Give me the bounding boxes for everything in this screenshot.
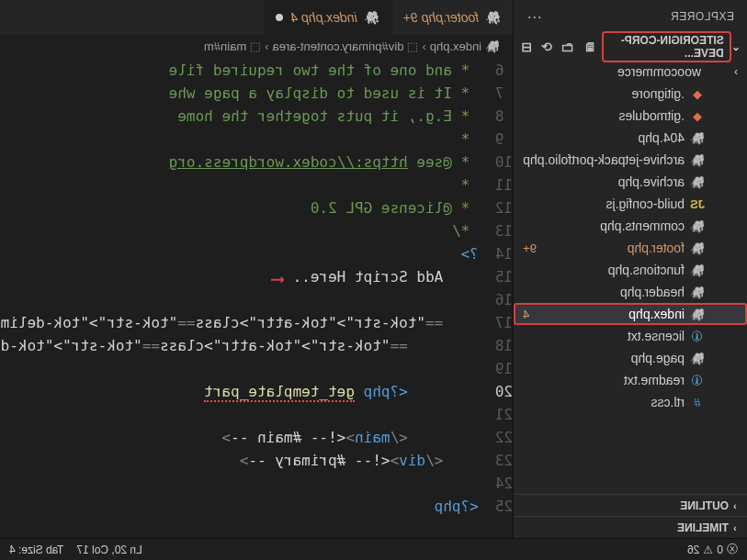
line-number: 22 (495, 426, 513, 449)
editor-column: 🐘footer.php 9+🐘index.php 4 🐘 index.php ›… (0, 0, 513, 538)
tree-file[interactable]: 🛈readme.txt (514, 369, 747, 391)
line-number: 14 (495, 242, 513, 265)
php-icon: 🐘 (688, 153, 707, 167)
tree-file[interactable]: ◆.gitmodules (514, 105, 747, 127)
tree-item-label: readme.txt (523, 373, 685, 387)
chevron-right-icon: › (729, 522, 741, 533)
php-icon: 🐘 (688, 131, 707, 145)
collapsed-panel-timeline[interactable]: ›TIMELINE (514, 516, 747, 538)
code-line: <?php get_template_part (0, 380, 479, 403)
code-line: * @see https://codex.wordpress.org (0, 151, 479, 174)
code-line: <?php (0, 495, 479, 518)
git-change-count: 9+ (523, 241, 537, 255)
line-number: 9 (495, 128, 513, 151)
code-line: * and one of the two required file (0, 59, 479, 82)
refresh-icon[interactable]: ⟳ (541, 39, 552, 54)
php-icon: 🐘 (688, 241, 707, 255)
line-number: 20 (495, 380, 513, 403)
tree-file[interactable]: 🐘archive.php (514, 171, 747, 193)
tree-file[interactable]: 🐘404.php (514, 127, 747, 149)
tree-file[interactable]: 🐘header.php (514, 281, 747, 303)
tree-item-label: page.php (523, 351, 685, 365)
code-line: </div><!-- #primary --> (0, 449, 479, 472)
tree-file[interactable]: 🐘page.php (514, 347, 747, 369)
workspace-folder-header[interactable]: ⌄ SITEORIGIN-CORP-DEVE... 🗎 🗀 ⟳ ⊟ (514, 33, 747, 61)
code-line (0, 472, 479, 495)
status-bar: ⓧ 0 ⚠ 26 Ln 20, Col 17 Tab Size: 4 (0, 538, 747, 560)
git-icon: ◆ (688, 87, 707, 101)
code-line (0, 357, 479, 380)
tree-file[interactable]: #rtl.css (514, 391, 747, 413)
html-tag-icon: ⬚ (250, 39, 261, 53)
file-tree: ›woocommerce◆.gitignore◆.gitmodules🐘404.… (514, 61, 747, 494)
editor-tab[interactable]: 🐘footer.php 9+ (391, 0, 513, 35)
php-icon: 🐘 (485, 39, 500, 53)
line-number: 21 (495, 403, 513, 426)
tree-file[interactable]: 🐘footer.php9+ (514, 237, 747, 259)
status-cursor-position[interactable]: Ln 20, Col 17 (76, 543, 141, 556)
code-content[interactable]: * and one of the two required file * It … (0, 57, 479, 538)
status-tab-size[interactable]: Tab Size: 4 (9, 543, 63, 556)
tree-item-label: rtl.css (523, 395, 685, 409)
explorer-title-bar: EXPLORER ··· (514, 0, 747, 33)
editor-area[interactable]: 678910111213141516171819202122232425 * a… (0, 57, 513, 538)
breadcrumb[interactable]: 🐘 index.php › ⬚ div#primary.content-area… (0, 35, 513, 57)
collapse-all-icon[interactable]: ⊟ (521, 39, 532, 54)
line-number: 11 (495, 174, 513, 196)
css-icon: # (688, 396, 707, 409)
git-change-count: 4 (523, 308, 529, 321)
line-number-gutter: 678910111213141516171819202122232425 (479, 57, 513, 538)
folder-actions: 🗎 🗀 ⟳ ⊟ (521, 39, 596, 54)
tree-file[interactable]: ◆.gitignore (514, 83, 747, 105)
code-line (0, 288, 479, 311)
line-number: 10 (495, 151, 513, 174)
collapsed-panel-outline[interactable]: ›OUTLINE (514, 494, 747, 516)
tree-file[interactable]: JSbuild-config.js (514, 193, 747, 215)
code-line: </main><!-- #main --> (0, 426, 479, 449)
tree-item-label: functions.php (523, 263, 685, 277)
php-icon: 🐘 (688, 263, 707, 277)
php-icon: 🐘 (688, 352, 707, 365)
tree-file[interactable]: 🛈license.txt (514, 325, 747, 347)
git-icon: ◆ (688, 109, 707, 123)
code-line: Add Script Here.. (0, 265, 479, 288)
tree-item-label: .gitignore (523, 86, 685, 101)
line-number: 17 (495, 311, 513, 334)
line-number: 23 (495, 449, 513, 472)
tree-item-label: license.txt (523, 329, 685, 343)
editor-tab[interactable]: 🐘index.php 4 (264, 0, 390, 35)
code-line: * @license GPL 2.0 (0, 196, 479, 219)
tree-folder[interactable]: ›woocommerce (514, 61, 747, 83)
tree-item-label: archive.php (523, 174, 685, 189)
tree-file[interactable]: 🐘comments.php (514, 215, 747, 237)
php-icon: 🐘 (688, 286, 707, 299)
tree-item-label: header.php (523, 285, 685, 299)
breadcrumb-file: index.php (430, 39, 481, 53)
new-folder-icon[interactable]: 🗀 (561, 39, 574, 54)
line-number: 15 (495, 265, 513, 288)
code-line: * (0, 174, 479, 196)
tree-item-label: 404.php (523, 130, 685, 145)
tree-file[interactable]: 🐘index.php4 (514, 303, 747, 325)
status-problems[interactable]: ⓧ 0 ⚠ 26 (687, 542, 738, 557)
txt-icon: 🛈 (688, 330, 707, 343)
line-number: 16 (495, 288, 513, 311)
line-number: 8 (495, 105, 513, 128)
warning-icon: ⚠ (703, 543, 713, 556)
explorer-title-label: EXPLORER (671, 10, 734, 23)
code-line: * E.g., it puts together the home (0, 105, 479, 128)
tab-label: index.php 4 (290, 10, 357, 25)
new-file-icon[interactable]: 🗎 (583, 39, 596, 54)
tree-file[interactable]: 🐘archive-jetpack-portfolio.php (514, 149, 747, 171)
php-icon: 🐘 (688, 308, 707, 321)
tree-item-label: .gitmodules (523, 108, 685, 123)
breadcrumb-segment: main#m (204, 39, 246, 53)
explorer-more-icon[interactable]: ··· (526, 7, 542, 27)
code-line: * (0, 128, 479, 151)
chevron-right-icon: › (734, 65, 738, 78)
tree-file[interactable]: 🐘functions.php (514, 259, 747, 281)
status-warning-count: 26 (687, 543, 699, 556)
line-number: 12 (495, 196, 513, 219)
tree-item-label: footer.php (537, 241, 685, 255)
line-number: 6 (495, 59, 513, 82)
